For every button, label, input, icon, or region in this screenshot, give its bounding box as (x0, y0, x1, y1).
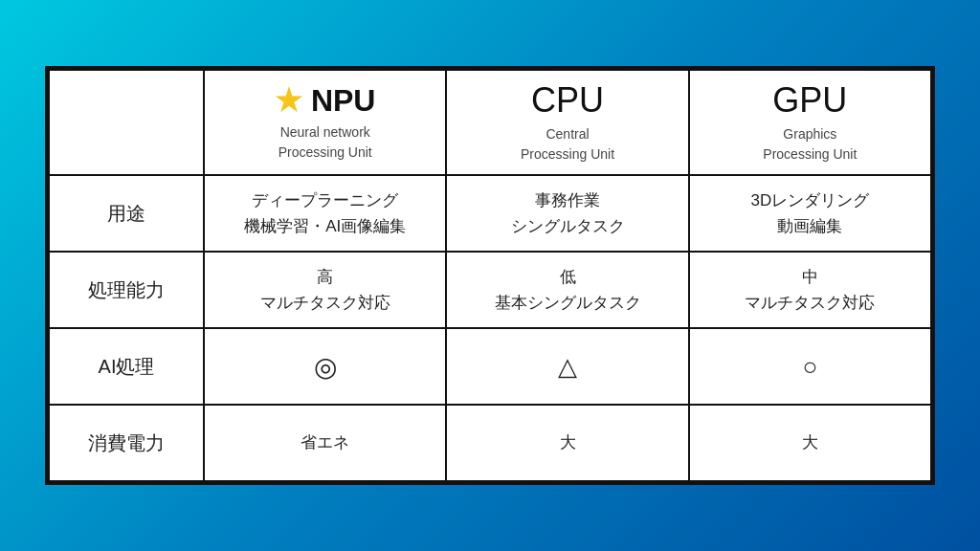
gpu-header-cell: GPU Graphics Processing Unit (689, 70, 931, 175)
gpu-usage-cell: 3Dレンダリング動画編集 (689, 175, 931, 252)
gpu-ai-symbol: ○ (702, 352, 919, 382)
row-header-power: 消費電力 (49, 405, 204, 481)
npu-ai-cell: ◎ (204, 328, 446, 405)
npu-processing-text: 高マルチタスク対応 (216, 264, 434, 316)
cpu-title: CPU (458, 80, 676, 121)
npu-usage-text: ディープラーニング機械学習・AI画像編集 (216, 187, 434, 239)
npu-usage-cell: ディープラーニング機械学習・AI画像編集 (204, 175, 446, 252)
table-row: 処理能力 高マルチタスク対応 低基本シングルタスク 中マルチタスク対応 (49, 252, 931, 328)
gpu-ai-cell: ○ (689, 328, 931, 405)
empty-header-cell (49, 70, 204, 175)
npu-ai-symbol: ◎ (216, 351, 434, 383)
table-row: AI処理 ◎ △ ○ (49, 328, 931, 405)
npu-header-cell: ★ NPU Neural network Processing Unit (204, 70, 446, 175)
table-row: 用途 ディープラーニング機械学習・AI画像編集 事務作業シングルタスク 3Dレン… (49, 175, 931, 252)
npu-power-text: 省エネ (216, 430, 434, 455)
gpu-power-cell: 大 (689, 405, 931, 481)
cpu-usage-cell: 事務作業シングルタスク (446, 175, 688, 252)
gpu-subtitle-2: Processing Unit (763, 146, 857, 162)
gpu-processing-cell: 中マルチタスク対応 (689, 252, 931, 328)
row-header-usage: 用途 (49, 175, 204, 252)
npu-title: NPU (311, 83, 376, 118)
gpu-processing-text: 中マルチタスク対応 (702, 264, 919, 316)
npu-power-cell: 省エネ (204, 405, 446, 481)
cpu-subtitle-1: Central (546, 126, 589, 142)
cpu-power-text: 大 (458, 430, 676, 455)
comparison-table: ★ NPU Neural network Processing Unit CPU… (45, 66, 935, 485)
cpu-usage-text: 事務作業シングルタスク (458, 187, 676, 239)
gpu-subtitle-1: Graphics (783, 126, 836, 142)
cpu-subtitle-2: Processing Unit (521, 146, 614, 162)
npu-star-icon: ★ (275, 83, 302, 118)
cpu-processing-cell: 低基本シングルタスク (446, 252, 688, 328)
npu-subtitle-2: Processing Unit (278, 144, 372, 160)
gpu-usage-text: 3Dレンダリング動画編集 (702, 187, 919, 239)
row-header-processing: 処理能力 (49, 252, 204, 328)
cpu-ai-cell: △ (446, 328, 688, 405)
cpu-ai-symbol: △ (458, 352, 676, 382)
cpu-header-cell: CPU Central Processing Unit (446, 70, 688, 175)
gpu-title: GPU (702, 80, 919, 121)
gpu-power-text: 大 (702, 430, 919, 455)
row-header-ai: AI処理 (49, 328, 204, 405)
npu-processing-cell: 高マルチタスク対応 (204, 252, 446, 328)
table-row: 消費電力 省エネ 大 大 (49, 405, 931, 481)
npu-subtitle-1: Neural network (280, 124, 370, 140)
cpu-processing-text: 低基本シングルタスク (458, 264, 676, 316)
cpu-power-cell: 大 (446, 405, 688, 481)
